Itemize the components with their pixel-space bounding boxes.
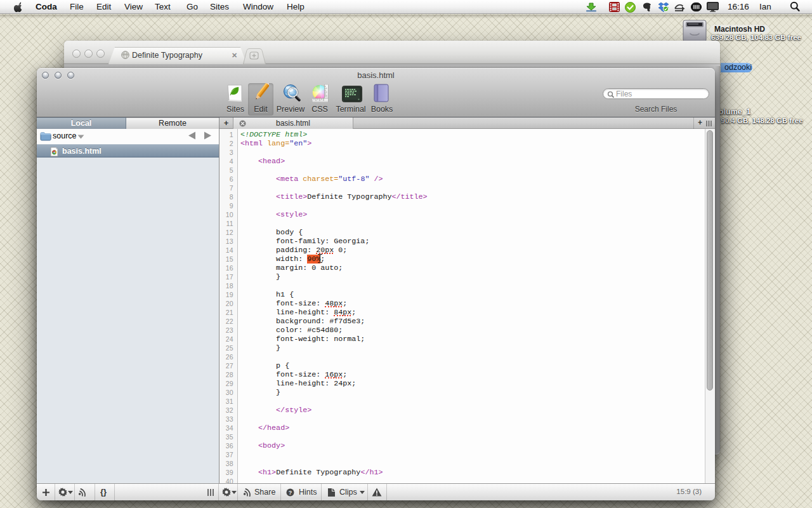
svg-text:?: ?: [289, 490, 292, 496]
